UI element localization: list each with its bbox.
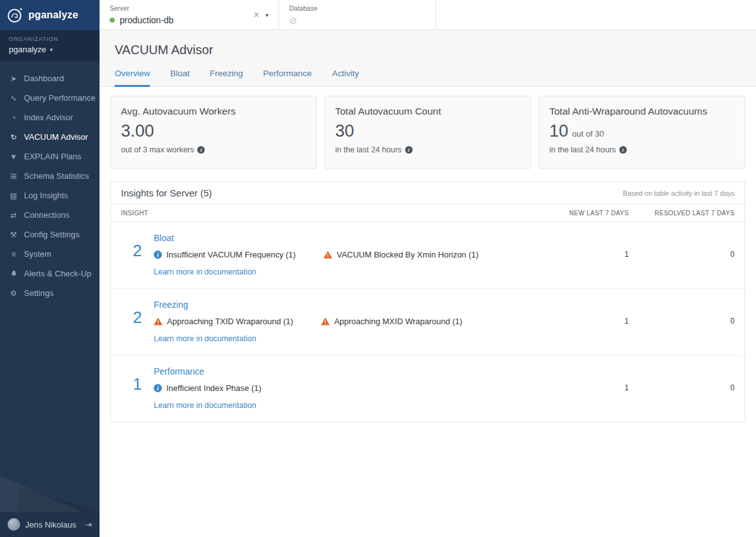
sidebar-item-config-settings[interactable]: ⚒ Config Settings [0,225,100,244]
insight-item[interactable]: Inefficient Index Phase (1) [154,383,261,393]
insight-item-label: Approaching MXID Wraparound (1) [334,317,462,326]
sidebar-item-label: Connections [24,210,69,220]
server-selector[interactable]: Server production-db × ▾ [100,0,279,30]
sidebar-item-explain-plans[interactable]: ▼ EXPLAIN Plans [0,147,100,166]
resolved-count: 0 [629,250,735,277]
sidebar-item-alerts-checkup[interactable]: Alerts & Check-Up [0,264,100,283]
insight-item[interactable]: VACUUM Blocked By Xmin Horizon (1) [323,250,478,259]
stat-title: Avg. Autovacuum Workers [121,106,306,117]
server-value: production-db [120,15,174,25]
category-link-performance[interactable]: Performance [154,366,204,376]
stat-subtitle: out of 3 max workers [121,145,194,154]
insight-item[interactable]: Insufficient VACUUM Frequency (1) [154,250,295,259]
gauge-icon: ◔ [9,113,18,122]
sidebar-item-label: Config Settings [24,230,79,239]
documentation-link[interactable]: Learn more in documentation [154,334,256,343]
chevron-down-icon: ▾ [50,47,53,53]
app-logo[interactable]: pganalyze [0,0,100,30]
column-insight: INSIGHT [121,210,534,217]
server-icon: ≡ [9,250,18,259]
warning-icon [154,318,163,325]
paper-plane-icon: ➤ [9,74,18,83]
stat-value-suffix: out of 30 [572,129,604,138]
insights-title: Insights for Server (5) [121,188,212,198]
sidebar-item-label: Alerts & Check-Up [24,269,91,278]
organization-name: pganalyze [9,45,46,54]
tab-overview[interactable]: Overview [115,69,150,87]
sidebar-item-connections[interactable]: ⇄ Connections [0,205,100,225]
documentation-link[interactable]: Learn more in documentation [154,268,256,276]
exchange-icon: ⇄ [9,211,18,220]
stat-value: 30 [335,123,354,140]
sidebar-item-query-performance[interactable]: ∿ Query Performance [0,88,100,108]
tab-performance[interactable]: Performance [263,69,312,87]
database-label: Database [289,4,425,12]
page-header: VACUUM Advisor Overview Bloat Freezing P… [100,30,756,87]
wrench-icon: ⚒ [9,230,18,239]
sidebar-item-label: Settings [24,288,54,298]
info-icon[interactable] [619,146,627,154]
bell-icon [9,269,18,278]
online-status-dot [110,18,115,23]
insight-item[interactable]: Approaching MXID Wraparound (1) [321,317,462,326]
page-title: VACUUM Advisor [115,43,741,57]
server-label: Server [110,4,252,12]
insight-row-performance: 1 Performance Inefficient Index Phase (1… [111,356,745,422]
resolved-count: 0 [629,317,735,344]
sidebar-nav: ➤ Dashboard ∿ Query Performance ◔ Index … [0,61,100,512]
table-icon: ⊞ [9,172,18,181]
warning-icon [321,318,329,325]
tab-activity[interactable]: Activity [332,69,359,87]
insight-item-label: VACUUM Blocked By Xmin Horizon (1) [336,250,478,259]
chevron-down-icon[interactable]: ▾ [265,12,268,18]
sidebar-item-vacuum-advisor[interactable]: ↻ VACUUM Advisor [0,127,100,147]
insights-panel: Insights for Server (5) Based on table a… [110,181,745,422]
no-database-icon: ⊘ [289,15,297,26]
stat-card-anti-wraparound: Total Anti-Wraparound Autovacuums 10 out… [539,96,745,169]
sidebar-item-dashboard[interactable]: ➤ Dashboard [0,69,100,88]
sidebar-item-index-advisor[interactable]: ◔ Index Advisor [0,108,100,127]
new-count: 1 [534,317,629,344]
sidebar-item-log-insights[interactable]: ▤ Log Insights [0,186,100,205]
documentation-link[interactable]: Learn more in documentation [154,401,256,410]
journal-icon: ▤ [9,191,18,200]
stat-card-avg-workers: Avg. Autovacuum Workers 3.00 out of 3 ma… [110,96,317,169]
category-link-bloat[interactable]: Bloat [154,233,174,243]
info-icon [154,251,162,259]
gear-icon: ⚙ [9,289,18,298]
sidebar-item-label: EXPLAIN Plans [24,152,81,161]
insight-item[interactable]: Approaching TXID Wraparound (1) [154,317,293,326]
user-name: Jens Nikolaus [25,520,76,529]
close-icon[interactable]: × [252,10,260,20]
insight-row-freezing: 2 Freezing Approaching TXID Wraparound (… [111,289,745,356]
column-resolved: RESOLVED LAST 7 DAYS [629,210,735,217]
category-link-freezing[interactable]: Freezing [154,300,188,310]
database-selector[interactable]: Database ⊘ [279,0,436,30]
sidebar-item-label: Index Advisor [24,113,73,122]
sidebar-item-settings[interactable]: ⚙ Settings [0,283,100,303]
info-icon[interactable] [197,146,205,154]
organization-label: ORGANIZATION [9,36,91,42]
app-window: pganalyze ORGANIZATION pganalyze ▾ ➤ Das… [0,0,756,537]
sidebar-item-schema-statistics[interactable]: ⊞ Schema Statistics [0,166,100,186]
stat-title: Total Anti-Wraparound Autovacuums [549,106,735,117]
organization-switcher[interactable]: ORGANIZATION pganalyze ▾ [0,30,100,61]
brand-name: pganalyze [28,9,78,21]
logout-icon[interactable]: ⇥ [85,520,92,529]
sidebar-item-label: VACUUM Advisor [24,132,88,142]
warning-icon [323,251,332,259]
insights-column-header: INSIGHT NEW LAST 7 DAYS RESOLVED LAST 7 … [111,205,745,222]
sidebar-item-system[interactable]: ≡ System [0,244,100,264]
insight-count: 2 [121,241,154,277]
user-menu[interactable]: Jens Nikolaus ⇥ [0,512,100,537]
tab-bloat[interactable]: Bloat [170,69,190,87]
insight-count: 2 [121,308,154,344]
main-area: Server production-db × ▾ Database ⊘ [100,0,756,537]
info-icon[interactable] [405,146,413,154]
funnel-icon: ▼ [9,152,18,161]
stat-subtitle: in the last 24 hours [549,145,616,154]
tab-freezing[interactable]: Freezing [210,69,243,87]
pganalyze-logo-icon [6,6,24,24]
sidebar-item-label: Query Performance [24,93,95,103]
new-count: 1 [534,383,629,410]
